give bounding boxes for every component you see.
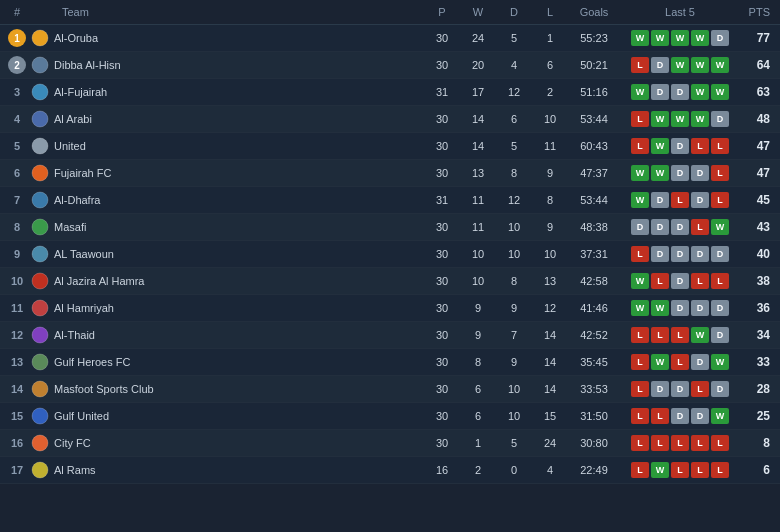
- col-pts: 40: [740, 247, 776, 261]
- header-l: L: [532, 6, 568, 18]
- col-p: 30: [424, 302, 460, 314]
- col-d: 10: [496, 410, 532, 422]
- col-last5: DDDLW: [620, 219, 740, 235]
- team-logo: [30, 244, 50, 264]
- team-logo: [30, 433, 50, 453]
- team-name: City FC: [50, 437, 424, 449]
- col-last5: LWDLL: [620, 138, 740, 154]
- result-l: L: [671, 354, 689, 370]
- col-d: 4: [496, 59, 532, 71]
- team-logo: [30, 136, 50, 156]
- result-l: L: [711, 435, 729, 451]
- col-l: 24: [532, 437, 568, 449]
- col-w: 17: [460, 86, 496, 98]
- result-l: L: [711, 273, 729, 289]
- team-name: Al Jazira Al Hamra: [50, 275, 424, 287]
- svg-point-12: [32, 354, 48, 370]
- result-l: L: [631, 462, 649, 478]
- result-w: W: [651, 111, 669, 127]
- result-w: W: [631, 30, 649, 46]
- result-l: L: [631, 381, 649, 397]
- result-l: L: [651, 327, 669, 343]
- result-w: W: [671, 57, 689, 73]
- col-l: 14: [532, 356, 568, 368]
- col-goals: 48:38: [568, 221, 620, 233]
- col-l: 9: [532, 221, 568, 233]
- team-logo: [30, 163, 50, 183]
- result-w: W: [651, 30, 669, 46]
- team-name: Masfoot Sports Club: [50, 383, 424, 395]
- svg-point-13: [32, 381, 48, 397]
- col-goals: 41:46: [568, 302, 620, 314]
- col-last5: LDWWW: [620, 57, 740, 73]
- result-l: L: [691, 462, 709, 478]
- result-l: L: [671, 462, 689, 478]
- result-w: W: [691, 111, 709, 127]
- result-d: D: [651, 84, 669, 100]
- col-p: 30: [424, 32, 460, 44]
- col-d: 5: [496, 32, 532, 44]
- result-w: W: [651, 165, 669, 181]
- result-l: L: [691, 138, 709, 154]
- col-w: 6: [460, 410, 496, 422]
- result-w: W: [651, 300, 669, 316]
- result-w: W: [631, 165, 649, 181]
- table-row: 11Al Hamriyah30991241:46WWDDD36: [0, 295, 780, 322]
- result-w: W: [711, 84, 729, 100]
- col-goals: 50:21: [568, 59, 620, 71]
- team-logo: [30, 352, 50, 372]
- result-l: L: [651, 435, 669, 451]
- result-l: L: [671, 192, 689, 208]
- col-last5: WWWWD: [620, 30, 740, 46]
- col-goals: 53:44: [568, 113, 620, 125]
- col-pts: 43: [740, 220, 776, 234]
- col-d: 10: [496, 383, 532, 395]
- col-pts: 25: [740, 409, 776, 423]
- table-row: 16City FC30152430:80LLLLL8: [0, 430, 780, 457]
- col-last5: LDDLD: [620, 381, 740, 397]
- col-p: 30: [424, 437, 460, 449]
- team-name: Dibba Al-Hisn: [50, 59, 424, 71]
- table-row: 2Dibba Al-Hisn30204650:21LDWWW64: [0, 52, 780, 79]
- col-w: 2: [460, 464, 496, 476]
- team-name: Al Hamriyah: [50, 302, 424, 314]
- col-last5: LWWWD: [620, 111, 740, 127]
- col-d: 8: [496, 275, 532, 287]
- result-d: D: [671, 219, 689, 235]
- col-last5: LLLWD: [620, 327, 740, 343]
- result-d: D: [691, 165, 709, 181]
- result-w: W: [691, 84, 709, 100]
- col-l: 4: [532, 464, 568, 476]
- svg-point-10: [32, 300, 48, 316]
- svg-point-14: [32, 408, 48, 424]
- table-row: 10Al Jazira Al Hamra301081342:58WLDLL38: [0, 268, 780, 295]
- col-d: 8: [496, 167, 532, 179]
- table-row: 1Al-Oruba30245155:23WWWWD77: [0, 25, 780, 52]
- header-d: D: [496, 6, 532, 18]
- result-d: D: [711, 300, 729, 316]
- team-name: Al Arabi: [50, 113, 424, 125]
- team-name: AL Taawoun: [50, 248, 424, 260]
- result-l: L: [691, 435, 709, 451]
- col-last5: LLDDW: [620, 408, 740, 424]
- result-l: L: [631, 354, 649, 370]
- col-pts: 77: [740, 31, 776, 45]
- table-row: 14Masfoot Sports Club306101433:53LDDLD28: [0, 376, 780, 403]
- col-goals: 47:37: [568, 167, 620, 179]
- col-d: 7: [496, 329, 532, 341]
- result-d: D: [651, 219, 669, 235]
- col-last5: WWDDD: [620, 300, 740, 316]
- result-l: L: [691, 219, 709, 235]
- header-team: Team: [58, 6, 424, 18]
- col-p: 30: [424, 329, 460, 341]
- col-l: 12: [532, 302, 568, 314]
- col-last5: WDLDL: [620, 192, 740, 208]
- col-goals: 51:16: [568, 86, 620, 98]
- col-w: 14: [460, 113, 496, 125]
- table-row: 6Fujairah FC30138947:37WWDDL47: [0, 160, 780, 187]
- col-p: 30: [424, 356, 460, 368]
- result-d: D: [631, 219, 649, 235]
- col-p: 30: [424, 113, 460, 125]
- col-l: 15: [532, 410, 568, 422]
- result-w: W: [631, 192, 649, 208]
